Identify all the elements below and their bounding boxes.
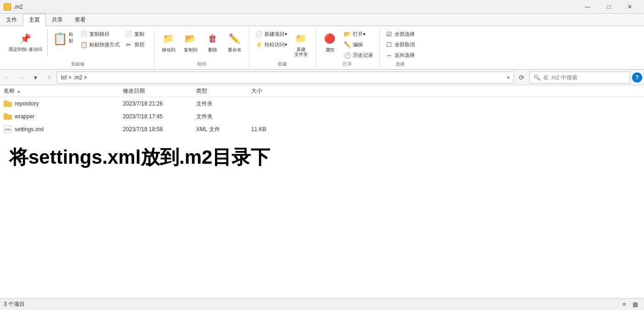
- new-group-title: 新建: [278, 60, 287, 67]
- column-date[interactable]: 修改日期: [123, 87, 196, 95]
- file-area: 名称 ▲ 修改日期 类型 大小 repository 2023/7/18 21:…: [0, 85, 644, 298]
- file-name-cell: wrapper: [4, 113, 123, 120]
- deselect-all-icon: ☐: [385, 41, 393, 48]
- ribbon-tabs: 文件 主页 共享 查看: [0, 14, 644, 26]
- cut-button[interactable]: ✂ 剪切: [123, 39, 150, 50]
- path-text: txf > .m2 >: [61, 74, 87, 81]
- clipboard-group-title: 剪贴板: [71, 60, 85, 67]
- organize-buttons: 📁 移动到 📂 复制到 🗑 删除 ✏️ 重命名: [158, 29, 245, 60]
- ribbon-group-organize: 📁 移动到 📂 复制到 🗑 删除 ✏️ 重命名 组织: [154, 28, 249, 68]
- copy-to-button[interactable]: 📂 复制到: [180, 29, 201, 55]
- properties-icon: 🔴: [323, 31, 337, 46]
- edit-button[interactable]: ✏️ 编辑: [341, 39, 375, 50]
- delete-button[interactable]: 🗑 删除: [202, 29, 223, 55]
- tab-view[interactable]: 查看: [69, 14, 92, 26]
- paste-button[interactable]: 📋 粘贴: [50, 29, 77, 48]
- path-chevron: ▾: [507, 74, 510, 81]
- ribbon-content: 📌 固定到快 速访问 📋 粘贴 📄 复制路径 📋: [0, 26, 644, 69]
- folder-title-icon: [4, 3, 11, 11]
- view-buttons: ≡ ▦: [619, 299, 640, 310]
- organize-group-title: 组织: [197, 60, 206, 67]
- move-to-icon: 📁: [161, 31, 176, 46]
- column-size[interactable]: 大小: [251, 87, 288, 95]
- new-buttons: 📄 新建项目▾ ⚡ 轻松访问▾ 📁 新建文件夹: [253, 29, 312, 60]
- select-group-title: 选择: [396, 60, 405, 67]
- move-to-button[interactable]: 📁 移动到: [158, 29, 179, 55]
- dropdown-button[interactable]: ▾: [29, 72, 41, 83]
- copy-path-button[interactable]: 📄 复制路径: [78, 29, 122, 39]
- status-bar: 3 个项目 ≡ ▦: [0, 298, 644, 310]
- up-button[interactable]: ↑: [43, 72, 55, 83]
- column-type[interactable]: 类型: [196, 87, 251, 95]
- select-col: ☑ 全部选择 ☐ 全部取消 ↔ 反向选择: [383, 29, 417, 60]
- table-row[interactable]: XML settings.xml 2023/7/18 18:58 XML 文件 …: [0, 123, 644, 136]
- minimize-button[interactable]: —: [577, 0, 598, 14]
- file-rows: repository 2023/7/18 21:28 文件夹 wrapper 2…: [0, 97, 644, 136]
- file-list: 名称 ▲ 修改日期 类型 大小 repository 2023/7/18 21:…: [0, 85, 644, 298]
- new-folder-icon: 📁: [294, 31, 308, 46]
- open-col: 📂 打开▾ ✏️ 编辑 🕐 历史记录: [341, 29, 375, 60]
- tab-share[interactable]: 共享: [46, 14, 69, 26]
- folder-icon: [4, 100, 12, 107]
- paste-col: 📋 粘贴: [50, 29, 77, 48]
- copy-button[interactable]: 📄 复制: [123, 29, 150, 39]
- open-button[interactable]: 📂 打开▾: [341, 29, 375, 39]
- tab-file[interactable]: 文件: [0, 14, 23, 26]
- rename-button[interactable]: ✏️ 重命名: [224, 29, 245, 55]
- tab-home[interactable]: 主页: [23, 14, 46, 26]
- address-bar: ← → ▾ ↑ txf > .m2 > ▾ ⟳ 🔍 ?: [0, 70, 644, 85]
- open-group-title: 打开: [343, 60, 352, 67]
- new-col: 📄 新建项目▾ ⚡ 轻松访问▾: [253, 29, 290, 50]
- table-row[interactable]: repository 2023/7/18 21:28 文件夹: [0, 97, 644, 110]
- file-size: 11 KB: [251, 126, 288, 133]
- table-row[interactable]: wrapper 2023/7/18 17:45 文件夹: [0, 110, 644, 123]
- paste-shortcut-button[interactable]: 📋 粘贴快捷方式: [78, 39, 122, 50]
- xml-file-icon: XML: [4, 126, 12, 133]
- window-title: .m2: [14, 4, 23, 10]
- new-item-button[interactable]: 📄 新建项目▾: [253, 29, 290, 39]
- ribbon-group-open: 🔴 属性 📂 打开▾ ✏️ 编辑 🕐 历史记录: [316, 28, 380, 68]
- select-all-button[interactable]: ☑ 全部选择: [383, 29, 417, 39]
- forward-button[interactable]: →: [16, 72, 28, 83]
- copy-path-icon: 📄: [80, 30, 88, 38]
- easy-access-button[interactable]: ⚡ 轻松访问▾: [253, 39, 290, 50]
- history-icon: 🕐: [344, 51, 351, 59]
- separator: [47, 29, 48, 56]
- search-input[interactable]: [543, 74, 626, 81]
- file-name-cell: repository: [4, 100, 123, 107]
- invert-icon: ↔: [385, 51, 393, 59]
- rename-icon: ✏️: [227, 31, 242, 46]
- file-date: 2023/7/18 17:45: [123, 113, 196, 120]
- file-name: repository: [15, 100, 39, 107]
- file-list-header: 名称 ▲ 修改日期 类型 大小: [0, 85, 644, 97]
- back-button[interactable]: ←: [2, 72, 14, 83]
- new-folder-button[interactable]: 📁 新建文件夹: [291, 29, 312, 59]
- delete-icon: 🗑: [205, 31, 220, 46]
- pin-icon: 📌: [18, 31, 33, 46]
- file-name: wrapper: [15, 113, 34, 120]
- file-type: XML 文件: [196, 126, 251, 133]
- file-name: settings.xml: [15, 126, 44, 133]
- ribbon: 文件 主页 共享 查看 📌 固定到快 速访问 📋 粘贴: [0, 14, 644, 70]
- file-type: 文件夹: [196, 113, 251, 121]
- close-button[interactable]: ✕: [619, 0, 640, 14]
- detail-view-button[interactable]: ▦: [630, 299, 640, 310]
- deselect-all-button[interactable]: ☐ 全部取消: [383, 39, 417, 50]
- annotation-text: 将settings.xml放到.m2目录下: [0, 136, 644, 170]
- invert-selection-button[interactable]: ↔ 反向选择: [383, 50, 417, 60]
- item-count: 3 个项目: [4, 300, 25, 308]
- clipboard-col2: 📄 复制路径 📋 粘贴快捷方式: [78, 29, 122, 50]
- title-bar-controls: — □ ✕: [577, 0, 640, 14]
- column-name[interactable]: 名称 ▲: [4, 87, 123, 95]
- history-button[interactable]: 🕐 历史记录: [341, 50, 375, 60]
- search-icon: 🔍: [534, 74, 540, 81]
- refresh-button[interactable]: ⟳: [516, 72, 528, 83]
- cut-icon: ✂: [125, 41, 132, 48]
- sort-arrow-icon: ▲: [17, 89, 21, 94]
- pin-to-quick-access-button[interactable]: 📌 固定到快 速访问: [6, 29, 45, 54]
- address-path[interactable]: txf > .m2 > ▾: [57, 72, 514, 83]
- list-view-button[interactable]: ≡: [619, 299, 629, 310]
- maximize-button[interactable]: □: [598, 0, 619, 14]
- properties-button[interactable]: 🔴 属性: [319, 29, 341, 55]
- help-button[interactable]: ?: [632, 72, 642, 83]
